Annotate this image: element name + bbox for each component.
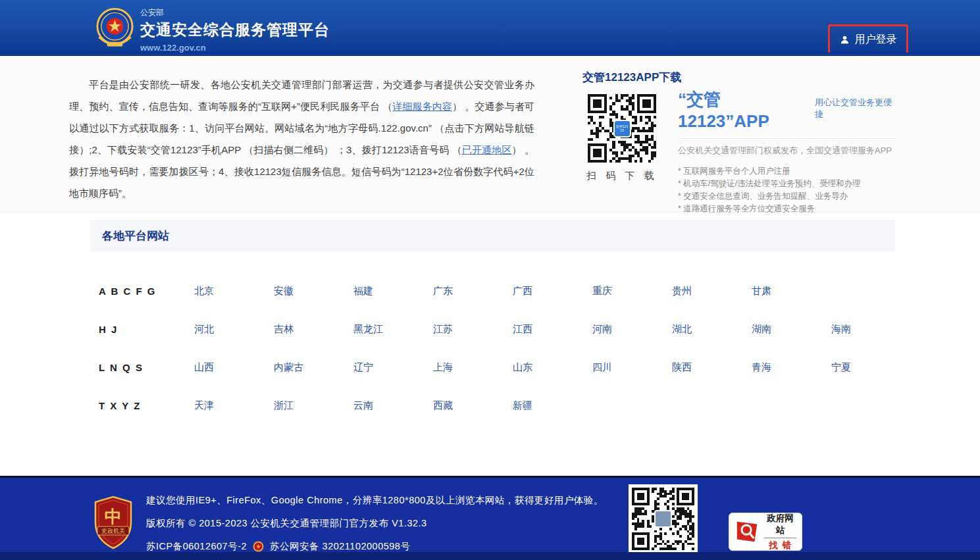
province-link[interactable]: 上海 bbox=[433, 361, 453, 374]
brand-block: 公安部 交通安全综合服务管理平台 www.122.gov.cn bbox=[140, 7, 330, 53]
province-link[interactable]: 天津 bbox=[194, 399, 214, 412]
qr-center-logo bbox=[654, 510, 672, 528]
province-link[interactable]: 贵州 bbox=[672, 285, 692, 297]
province-link[interactable]: 河北 bbox=[194, 323, 214, 336]
province-link[interactable]: 河南 bbox=[592, 323, 612, 336]
agency-badge-label: 党政机关 bbox=[101, 528, 125, 534]
letter-group-label: A B C F G bbox=[99, 286, 194, 297]
province-link[interactable]: 宁夏 bbox=[831, 361, 851, 374]
error-badge-text: 政府网站 找错 bbox=[764, 513, 796, 551]
app-name: “交管12123”APP bbox=[678, 88, 804, 132]
province-link[interactable]: 西藏 bbox=[433, 399, 453, 412]
national-emblem-icon bbox=[253, 541, 264, 552]
province-link[interactable]: 四川 bbox=[592, 361, 612, 374]
province-link[interactable]: 内蒙古 bbox=[274, 361, 303, 374]
svg-text:中: 中 bbox=[105, 507, 122, 526]
footer-bottom-strip bbox=[0, 552, 980, 560]
app-feature-item: * 机动车/驾驶证/违法处理等业务预约、受理和办理 bbox=[678, 178, 895, 190]
user-icon bbox=[840, 35, 850, 45]
gov-website-error-report-badge[interactable]: 政府网站 找错 bbox=[729, 513, 802, 551]
province-link[interactable]: 山西 bbox=[194, 361, 214, 374]
app-slogan: 用心让交管业务更便捷 bbox=[815, 97, 895, 120]
app-download-title: 交管12123APP下载 bbox=[582, 70, 681, 85]
province-link[interactable]: 广东 bbox=[433, 285, 453, 297]
inline-link[interactable]: 详细服务内容 bbox=[392, 101, 452, 112]
province-link[interactable]: 广西 bbox=[513, 285, 532, 297]
province-link[interactable]: 湖北 bbox=[672, 323, 692, 336]
app-feature-item: * 互联网服务平台个人用户注册 bbox=[678, 165, 895, 178]
province-link[interactable]: 新疆 bbox=[513, 399, 532, 412]
ministry-label: 公安部 bbox=[140, 7, 330, 18]
footer-qr-code bbox=[629, 484, 698, 553]
app-feature-item: * 道路通行服务等全方位交通安全服务 bbox=[678, 203, 895, 215]
platform-intro-paragraph: 平台是由公安部统一研发、各地公安机关交通管理部门部署运营，为交通参与者提供公安交… bbox=[69, 74, 534, 204]
police-badge-logo bbox=[94, 7, 136, 50]
province-link[interactable]: 江苏 bbox=[433, 323, 453, 336]
province-link[interactable]: 安徽 bbox=[274, 285, 294, 297]
copyright-line: 版权所有 © 2015-2023 公安机关交通管理部门官方发布 V1.32.3 bbox=[146, 517, 427, 530]
app-qr-code: 交管12123 bbox=[588, 94, 656, 163]
letter-group-label: T X Y Z bbox=[99, 400, 194, 411]
browser-advice-line: 建议您使用IE9+、FireFox、Google Chrome，分辨率1280*… bbox=[146, 494, 604, 507]
error-badge-line1: 政府网站 bbox=[764, 513, 796, 538]
login-label: 用户登录 bbox=[855, 33, 897, 47]
province-link[interactable]: 浙江 bbox=[274, 399, 294, 412]
app-download-panel: 交管12123APP下载 交管12123 扫 码 下 载 “交管12123”AP… bbox=[582, 70, 905, 208]
magnifier-flag-icon bbox=[735, 519, 760, 544]
site-url: www.122.gov.cn bbox=[140, 43, 330, 53]
app-publisher-line: 公安机关交通管理部门权威发布，全国交通管理服务APP bbox=[678, 138, 895, 157]
intro-section: 平台是由公安部统一研发、各地公安机关交通管理部门部署运营，为交通参与者提供公安交… bbox=[0, 56, 980, 213]
icp-line: 苏ICP备06012607号-2 苏公网安备 32021102000598号 bbox=[146, 540, 410, 553]
app-feature-item: * 交通安全信息查询、业务告知提醒、业务导办 bbox=[678, 190, 895, 203]
scan-download-label: 扫 码 下 载 bbox=[584, 170, 660, 182]
government-agency-shield: 中 党政机关 bbox=[92, 495, 134, 550]
province-link[interactable]: 海南 bbox=[831, 323, 851, 336]
regional-sites-bar: 各地平台网站 bbox=[90, 220, 895, 251]
app-icon: 交管12123 bbox=[613, 120, 631, 138]
province-link[interactable]: 湖南 bbox=[752, 323, 771, 336]
letter-group-label: L N Q S bbox=[99, 362, 194, 373]
province-link[interactable]: 黑龙江 bbox=[353, 323, 383, 336]
icp-link[interactable]: 苏ICP备06012607号-2 bbox=[146, 540, 247, 553]
province-link[interactable]: 北京 bbox=[194, 285, 214, 297]
error-badge-line2: 找错 bbox=[764, 540, 796, 551]
app-feature-list: * 互联网服务平台个人用户注册* 机动车/驾驶证/违法处理等业务预约、受理和办理… bbox=[678, 165, 895, 215]
login-highlight-annotation: 用户登录 bbox=[828, 24, 908, 55]
user-login-button[interactable]: 用户登录 bbox=[840, 33, 897, 47]
site-footer: 中 党政机关 建议您使用IE9+、FireFox、Google Chrome，分… bbox=[0, 476, 980, 560]
province-link[interactable]: 吉林 bbox=[274, 323, 294, 336]
inline-link[interactable]: 已开通地区 bbox=[462, 144, 512, 155]
public-security-record-link[interactable]: 苏公网安备 32021102000598号 bbox=[270, 540, 410, 553]
province-links-grid: A B C F G北京安徽福建广东广西重庆贵州甘肃H J河北吉林黑龙江江苏江西河… bbox=[99, 272, 911, 424]
province-link[interactable]: 云南 bbox=[353, 399, 373, 412]
letter-group-label: H J bbox=[99, 324, 194, 335]
site-header: 公安部 交通安全综合服务管理平台 www.122.gov.cn 用户登录 bbox=[0, 0, 980, 56]
province-link[interactable]: 辽宁 bbox=[353, 361, 373, 374]
regional-sites-title: 各地平台网站 bbox=[102, 228, 169, 243]
province-link[interactable]: 福建 bbox=[353, 285, 373, 297]
province-link[interactable]: 青海 bbox=[752, 361, 771, 374]
province-link[interactable]: 重庆 bbox=[592, 285, 612, 297]
app-info-block: “交管12123”APP 用心让交管业务更便捷 公安机关交通管理部门权威发布，全… bbox=[678, 88, 895, 215]
province-link[interactable]: 甘肃 bbox=[752, 285, 771, 297]
province-link[interactable]: 陕西 bbox=[672, 361, 692, 374]
province-link[interactable]: 江西 bbox=[513, 323, 532, 336]
site-title: 交通安全综合服务管理平台 bbox=[140, 20, 330, 40]
province-link[interactable]: 山东 bbox=[513, 361, 532, 374]
